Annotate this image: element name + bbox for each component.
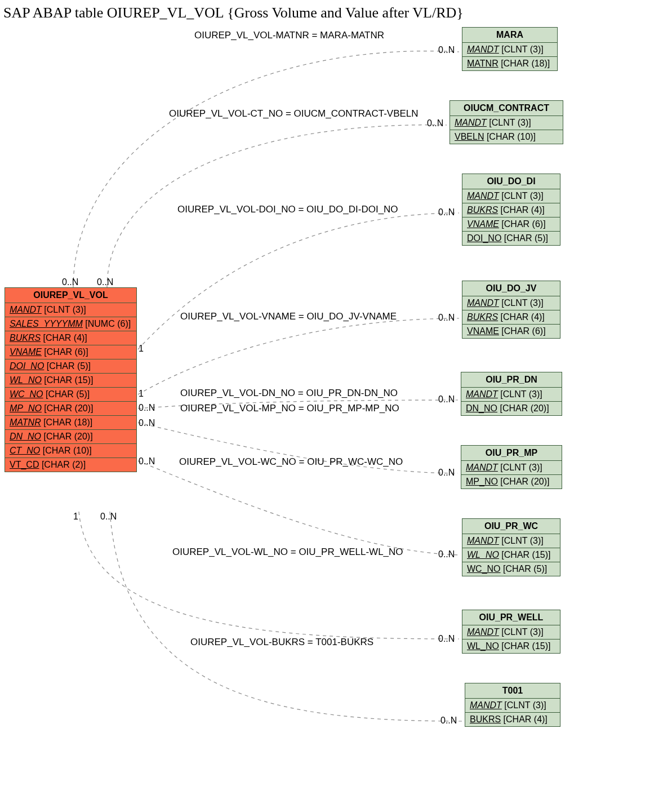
field-name: BUKRS: [467, 312, 498, 322]
field-name: BUKRS: [10, 333, 41, 343]
entity-header: OIU_DO_DI: [462, 174, 560, 189]
entity-field: VNAME [CHAR (6)]: [462, 325, 560, 338]
entity-header: OIUREP_VL_VOL: [5, 288, 136, 303]
cardinality-label: 0..N: [438, 634, 455, 644]
field-type: [CHAR (5)]: [504, 233, 548, 243]
field-name: BUKRS: [470, 714, 501, 724]
field-name: MATNR: [467, 59, 499, 68]
field-name: MP_NO: [10, 403, 42, 413]
cardinality-label: 0..N: [438, 468, 455, 478]
field-name: DN_NO: [466, 403, 497, 413]
field-type: [CHAR (5)]: [46, 389, 90, 399]
entity-field: VBELN [CHAR (10)]: [450, 130, 563, 144]
field-type: [CHAR (5)]: [503, 564, 547, 574]
field-type: [CHAR (20)]: [500, 477, 549, 486]
field-name: DOI_NO: [10, 361, 44, 371]
field-name: MATNR: [10, 418, 41, 427]
entity-field: BUKRS [CHAR (4)]: [5, 331, 136, 345]
field-name: MANDT: [467, 627, 499, 637]
entity-field: BUKRS [CHAR (4)]: [462, 310, 560, 325]
entity-oiurep-vl-vol: OIUREP_VL_VOL MANDT [CLNT (3)]SALES_YYYY…: [5, 287, 137, 472]
field-type: [CHAR (15)]: [44, 375, 93, 385]
entity-field: MANDT [CLNT (3)]: [5, 303, 136, 317]
field-name: VNAME: [10, 347, 42, 357]
field-type: [CHAR (6)]: [501, 219, 545, 229]
field-type: [CHAR (15)]: [501, 550, 550, 559]
field-name: MANDT: [470, 700, 502, 710]
entity-field: MP_NO [CHAR (20)]: [5, 402, 136, 416]
entity-header: T001: [465, 683, 560, 699]
entity-field: BUKRS [CHAR (4)]: [465, 713, 560, 726]
relationship-label: OIUREP_VL_VOL-DOI_NO = OIU_DO_DI-DOI_NO: [177, 204, 398, 215]
relationship-label: OIUREP_VL_VOL-CT_NO = OIUCM_CONTRACT-VBE…: [169, 108, 419, 119]
cardinality-label: 1: [139, 389, 144, 399]
field-name: MANDT: [467, 298, 499, 308]
field-name: VBELN: [455, 132, 484, 141]
entity-field: VNAME [CHAR (6)]: [462, 217, 560, 232]
field-type: [CLNT (3)]: [501, 536, 543, 545]
entity-field: MANDT [CLNT (3)]: [462, 534, 560, 548]
cardinality-label: 1: [139, 344, 144, 354]
cardinality-label: 0..N: [100, 512, 117, 522]
entity-field: MANDT [CLNT (3)]: [465, 699, 560, 713]
entity-oiu_pr_wc: OIU_PR_WCMANDT [CLNT (3)]WL_NO [CHAR (15…: [462, 518, 560, 576]
entity-oiu_pr_mp: OIU_PR_MPMANDT [CLNT (3)]MP_NO [CHAR (20…: [461, 445, 562, 489]
field-name: MANDT: [467, 191, 499, 201]
field-name: WC_NO: [467, 564, 501, 574]
field-type: [CHAR (18)]: [43, 418, 92, 427]
entity-oiu_do_di: OIU_DO_DIMANDT [CLNT (3)]BUKRS [CHAR (4)…: [462, 174, 560, 246]
field-name: DN_NO: [10, 432, 41, 441]
cardinality-label: 0..N: [139, 456, 155, 467]
entity-field: VT_CD [CHAR (2)]: [5, 458, 136, 472]
entity-mara: MARAMANDT [CLNT (3)]MATNR [CHAR (18)]: [462, 27, 558, 71]
entity-field: WL_NO [CHAR (15)]: [462, 548, 560, 562]
relationship-label: OIUREP_VL_VOL-MP_NO = OIU_PR_MP-MP_NO: [180, 403, 399, 414]
field-type: [CHAR (10)]: [487, 132, 536, 141]
cardinality-label: 0..N: [427, 118, 443, 128]
entity-field: DN_NO [CHAR (20)]: [461, 402, 562, 415]
entity-oiu_do_jv: OIU_DO_JVMANDT [CLNT (3)]BUKRS [CHAR (4)…: [462, 281, 560, 339]
cardinality-label: 0..N: [139, 403, 155, 413]
entity-field: MATNR [CHAR (18)]: [5, 416, 136, 430]
cardinality-label: 0..N: [97, 277, 113, 287]
entity-header: OIUCM_CONTRACT: [450, 101, 563, 116]
entity-header: OIU_PR_DN: [461, 372, 562, 388]
cardinality-label: 0..N: [438, 313, 455, 323]
field-type: [CHAR (15)]: [501, 641, 550, 651]
field-type: [CHAR (6)]: [501, 326, 545, 336]
entity-field: MANDT [CLNT (3)]: [462, 43, 557, 57]
entity-header: OIU_PR_MP: [461, 446, 562, 461]
relationship-label: OIUREP_VL_VOL-WL_NO = OIU_PR_WELL-WL_NO: [172, 547, 403, 558]
relationship-label: OIUREP_VL_VOL-WC_NO = OIU_PR_WC-WC_NO: [179, 456, 403, 468]
field-name: WL_NO: [467, 550, 499, 559]
field-name: MANDT: [466, 463, 498, 472]
field-name: VNAME: [467, 219, 499, 229]
field-type: [CHAR (4)]: [501, 312, 545, 322]
entity-oiu_pr_dn: OIU_PR_DNMANDT [CLNT (3)]DN_NO [CHAR (20…: [461, 372, 562, 416]
field-type: [CHAR (10)]: [43, 446, 92, 455]
entity-field: WC_NO [CHAR (5)]: [462, 562, 560, 576]
entity-field: DOI_NO [CHAR (5)]: [5, 359, 136, 374]
entity-field: DOI_NO [CHAR (5)]: [462, 232, 560, 245]
entity-header: OIU_PR_WC: [462, 519, 560, 534]
field-type: [CHAR (20)]: [500, 403, 549, 413]
field-type: [CHAR (4)]: [501, 205, 545, 215]
field-name: MP_NO: [466, 477, 498, 486]
relationship-label: OIUREP_VL_VOL-MATNR = MARA-MATNR: [194, 30, 384, 41]
relationship-label: OIUREP_VL_VOL-DN_NO = OIU_PR_DN-DN_NO: [180, 388, 398, 399]
field-type: [CHAR (2)]: [42, 460, 86, 469]
field-type: [CLNT (3)]: [489, 118, 531, 127]
cardinality-label: 0..N: [440, 716, 457, 726]
relationship-label: OIUREP_VL_VOL-VNAME = OIU_DO_JV-VNAME: [180, 311, 397, 322]
field-name: VT_CD: [10, 460, 39, 469]
entity-header: OIU_DO_JV: [462, 281, 560, 296]
field-name: WC_NO: [10, 389, 43, 399]
cardinality-label: 0..N: [438, 549, 455, 559]
field-type: [CLNT (3)]: [501, 45, 543, 54]
entity-field: MANDT [CLNT (3)]: [462, 625, 560, 639]
entity-oiucm_contract: OIUCM_CONTRACTMANDT [CLNT (3)]VBELN [CHA…: [450, 100, 563, 144]
entity-header: MARA: [462, 28, 557, 43]
field-type: [CHAR (4)]: [504, 714, 548, 724]
cardinality-label: 0..N: [438, 394, 455, 405]
field-name: MANDT: [10, 305, 42, 314]
